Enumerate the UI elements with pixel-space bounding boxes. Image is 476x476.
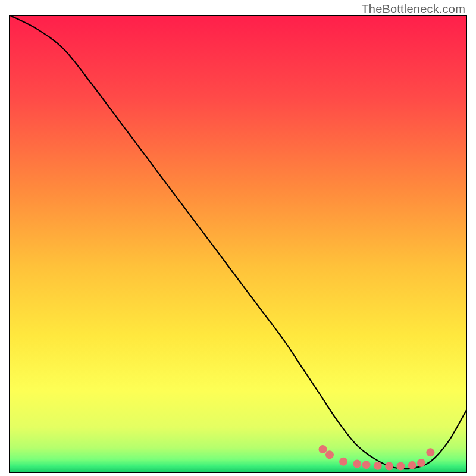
marker-dot (353, 460, 361, 468)
marker-dot (374, 462, 382, 470)
marker-dot (362, 461, 371, 469)
marker-dot (396, 462, 405, 470)
marker-dot (339, 458, 347, 466)
marker-dot (385, 462, 393, 470)
marker-dot (417, 459, 425, 467)
marker-dot (408, 461, 416, 469)
marker-dot (325, 450, 334, 459)
chart-container: TheBottleneck.com (0, 0, 476, 476)
marker-dot (318, 445, 327, 453)
watermark-text: TheBottleneck.com (361, 2, 465, 16)
gradient-background (9, 15, 467, 473)
marker-dot (426, 448, 434, 456)
chart-svg (9, 15, 467, 473)
plot-area (9, 15, 467, 473)
